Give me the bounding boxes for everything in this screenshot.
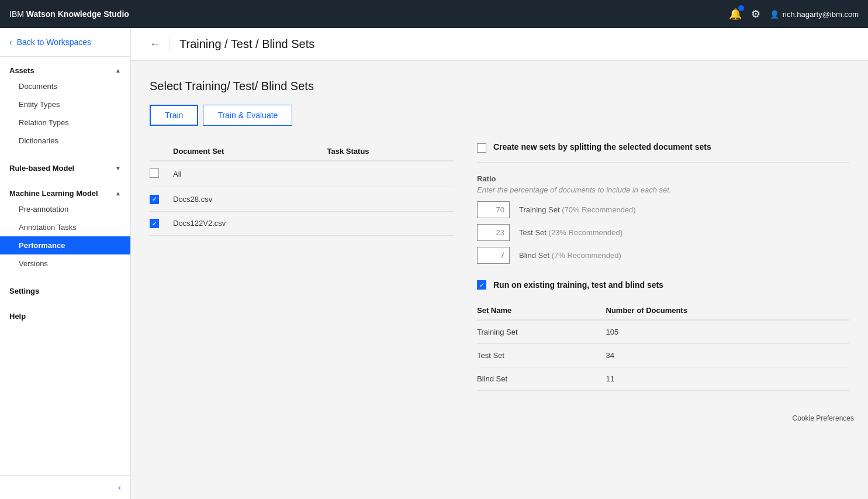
test-ratio-label: Test Set (23% Recommended) <box>519 228 623 237</box>
col-check <box>150 142 173 161</box>
chevron-left-icon: ‹ <box>9 37 12 47</box>
assets-label: Assets <box>9 66 34 75</box>
existing-sets-table: Set Name Number of Documents Training Se… <box>477 301 849 391</box>
ml-section-label[interactable]: Machine Learning Model ▲ <box>0 180 130 200</box>
user-menu[interactable]: 👤 rich.hagarty@ibm.com <box>770 10 859 19</box>
test-set-count: 34 <box>578 344 849 367</box>
test-ratio-row: Test Set (23% Recommended) <box>477 224 849 241</box>
table-row: Training Set 105 <box>477 320 849 344</box>
back-label: Back to Workspaces <box>17 37 91 47</box>
split-option-row: Create new sets by splitting the selecte… <box>477 142 849 163</box>
user-icon: 👤 <box>770 10 779 19</box>
split-option-content: Create new sets by splitting the selecte… <box>493 142 711 152</box>
page-header: ← Training / Test / Blind Sets <box>131 28 868 61</box>
cookie-footer: Cookie Preferences <box>131 409 868 427</box>
run-option-checkbox[interactable] <box>477 280 486 290</box>
training-set-name: Training Set <box>477 320 578 344</box>
sidebar: ‹ Back to Workspaces Assets ▲ Documents … <box>0 28 131 499</box>
col-num-docs: Number of Documents <box>578 301 849 320</box>
blind-set-count: 11 <box>578 367 849 391</box>
split-checkbox[interactable] <box>477 143 486 153</box>
col-task-status: Task Status <box>327 142 454 161</box>
rule-based-section: Rule-based Model ▼ <box>0 154 130 175</box>
table-row: Docs122V2.csv <box>150 211 454 236</box>
table-row: Test Set 34 <box>477 344 849 367</box>
sidebar-item-entity-types[interactable]: Entity Types <box>0 95 130 113</box>
settings-label[interactable]: Settings <box>0 277 130 298</box>
rule-based-label[interactable]: Rule-based Model ▼ <box>0 154 130 175</box>
assets-section: Assets ▲ Documents Entity Types Relation… <box>0 57 130 150</box>
train-evaluate-button[interactable]: Train & Evaluate <box>203 105 292 126</box>
app-brand: IBM Watson Knowledge Studio <box>9 9 129 19</box>
page-back-button[interactable]: ← <box>150 38 160 50</box>
sidebar-item-dictionaries[interactable]: Dictionaries <box>0 132 130 150</box>
notification-badge <box>738 5 744 11</box>
blind-set-name: Blind Set <box>477 367 578 391</box>
training-ratio-input[interactable] <box>477 201 510 218</box>
sidebar-item-annotation-tasks[interactable]: Annotation Tasks <box>0 218 130 236</box>
col-set-name: Set Name <box>477 301 578 320</box>
section-title: Select Training/ Test/ Blind Sets <box>150 80 849 93</box>
ratio-title: Ratio <box>477 174 849 183</box>
notification-icon[interactable]: 🔔 <box>729 8 742 20</box>
sidebar-footer: ‹ <box>0 475 130 499</box>
help-label[interactable]: Help <box>0 302 130 323</box>
app-body: ‹ Back to Workspaces Assets ▲ Documents … <box>0 28 868 499</box>
sidebar-item-versions[interactable]: Versions <box>0 254 130 273</box>
blind-ratio-input[interactable] <box>477 247 510 264</box>
blind-ratio-row: Blind Set (7% Recommended) <box>477 247 849 264</box>
doc-set-column: Document Set Task Status All <box>150 142 454 391</box>
rule-based-text: Rule-based Model <box>9 164 74 173</box>
cookie-preferences-link[interactable]: Cookie Preferences <box>793 414 854 422</box>
train-button[interactable]: Train <box>150 105 198 126</box>
assets-section-label[interactable]: Assets ▲ <box>0 57 130 77</box>
top-navigation: IBM Watson Knowledge Studio 🔔 ⚙ 👤 rich.h… <box>0 0 868 28</box>
split-option-label: Create new sets by splitting the selecte… <box>493 142 711 152</box>
sidebar-item-relation-types[interactable]: Relation Types <box>0 113 130 132</box>
collapse-sidebar-icon[interactable]: ‹ <box>118 483 121 492</box>
test-recommended: (23% Recommended) <box>549 228 623 237</box>
training-ratio-row: Training Set (70% Recommended) <box>477 201 849 218</box>
training-ratio-label: Training Set (70% Recommended) <box>519 205 636 214</box>
table-row: Blind Set 11 <box>477 367 849 391</box>
row-all-checkbox[interactable] <box>150 168 159 178</box>
help-text: Help <box>9 312 26 321</box>
rule-based-chevron-icon: ▼ <box>115 165 121 171</box>
blind-recommended: (7% Recommended) <box>552 251 621 260</box>
row-docs122-checkbox[interactable] <box>150 219 159 228</box>
table-row: All <box>150 161 454 187</box>
settings-section: Settings <box>0 277 130 298</box>
ml-section: Machine Learning Model ▲ Pre-annotation … <box>0 180 130 273</box>
row-all-status <box>327 161 454 187</box>
content-area: Select Training/ Test/ Blind Sets Train … <box>131 61 868 409</box>
back-to-workspaces[interactable]: ‹ Back to Workspaces <box>0 28 130 57</box>
col-document-set: Document Set <box>173 142 327 161</box>
document-set-table: Document Set Task Status All <box>150 142 454 236</box>
user-email: rich.hagarty@ibm.com <box>783 10 859 19</box>
brand-watson: Watson <box>26 9 56 19</box>
header-divider <box>170 37 170 51</box>
ml-label: Machine Learning Model <box>9 189 98 198</box>
ratio-description: Enter the percentage of documents to inc… <box>477 185 849 194</box>
action-buttons: Train Train & Evaluate <box>150 105 849 126</box>
brand-rest: Knowledge Studio <box>58 9 129 19</box>
row-docs28-name: Docs28.csv <box>173 187 327 212</box>
sidebar-item-performance[interactable]: Performance <box>0 236 130 254</box>
ratio-section: Ratio Enter the percentage of documents … <box>477 174 849 264</box>
settings-icon[interactable]: ⚙ <box>751 8 760 20</box>
help-section: Help <box>0 302 130 323</box>
page-title: Training / Test / Blind Sets <box>179 37 314 51</box>
options-column: Create new sets by splitting the selecte… <box>477 142 849 391</box>
test-ratio-input[interactable] <box>477 224 510 241</box>
row-docs122-name: Docs122V2.csv <box>173 211 327 236</box>
assets-chevron-icon: ▲ <box>115 67 121 74</box>
training-set-count: 105 <box>578 320 849 344</box>
sidebar-item-pre-annotation[interactable]: Pre-annotation <box>0 200 130 218</box>
run-option-row: Run on existing training, test and blind… <box>477 280 849 290</box>
run-option-label: Run on existing training, test and blind… <box>493 280 663 290</box>
row-docs28-checkbox[interactable] <box>150 195 159 204</box>
settings-text: Settings <box>9 287 39 295</box>
table-row: Docs28.csv <box>150 187 454 212</box>
main-content: ← Training / Test / Blind Sets Select Tr… <box>131 28 868 499</box>
sidebar-item-documents[interactable]: Documents <box>0 77 130 95</box>
